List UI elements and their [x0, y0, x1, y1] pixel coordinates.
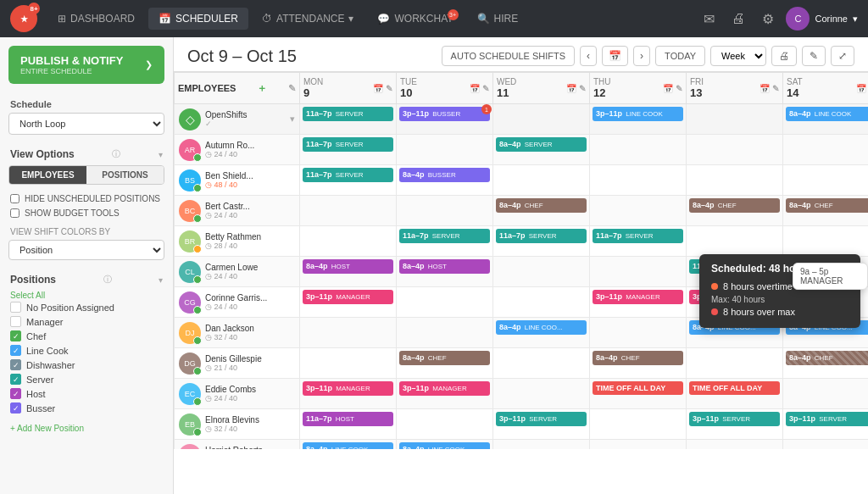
today-button[interactable]: TODAY	[655, 46, 705, 66]
position-checkbox-busser[interactable]: ✓	[10, 402, 21, 414]
print-schedule-button[interactable]: 🖨	[771, 46, 797, 66]
view-options-chevron-icon[interactable]: ▾	[159, 150, 163, 159]
eddie-wed[interactable]	[493, 379, 590, 409]
carmen-tue[interactable]: 8a–4p HOST	[397, 257, 493, 287]
calendar-icon-btn[interactable]: 📅	[602, 46, 628, 66]
eddie-fri[interactable]: TIME OFF ALL DAY	[687, 379, 783, 409]
elnora-fri[interactable]: 3p–11p SERVER	[687, 409, 783, 440]
wed-calendar-icon[interactable]: 📅 ✎	[566, 84, 586, 93]
position-checkbox-manager[interactable]	[10, 316, 21, 327]
carmen-wed[interactable]	[493, 257, 590, 287]
shift-chip[interactable]: 8a–4p CHEF	[786, 198, 868, 213]
open-shifts-mon[interactable]: 11a–7p SERVER	[300, 104, 397, 135]
mon-calendar-icon[interactable]: 📅 ✎	[373, 84, 392, 93]
denis-wed[interactable]	[493, 348, 590, 379]
betty-thu[interactable]: 11a–7p SERVER	[590, 226, 687, 257]
publish-button[interactable]: PUBLISH & NOTIFY ENTIRE SCHEDULE ❯	[8, 46, 164, 84]
carmen-thu[interactable]	[590, 257, 687, 287]
shift-colors-select[interactable]: Position	[8, 240, 164, 260]
shift-chip[interactable]: 11a–7p SERVER	[496, 229, 587, 243]
shift-chip[interactable]: 11a–7p SERVER	[399, 229, 490, 243]
open-shifts-thu[interactable]: 3p–11p LINE COOK	[590, 104, 687, 135]
shift-chip[interactable]: 8a–4p CHEF	[593, 351, 683, 365]
eddie-thu[interactable]: TIME OFF ALL DAY	[590, 379, 687, 409]
denis-mon[interactable]	[300, 348, 397, 379]
denis-thu[interactable]: 8a–4p CHEF	[590, 348, 687, 379]
print-icon-btn[interactable]: 🖨	[726, 6, 750, 31]
nav-workchat[interactable]: 💬 WORKCHAT 3+	[367, 8, 463, 30]
denis-tue[interactable]: 8a–4p CHEF	[397, 348, 493, 379]
position-checkbox-dishwasher[interactable]: ✓	[10, 359, 21, 370]
betty-sat[interactable]	[783, 226, 869, 257]
harriet-wed[interactable]	[493, 440, 590, 450]
autumn-wed[interactable]: 8a–4p SERVER	[493, 135, 590, 165]
position-checkbox-linecook[interactable]: ✓	[10, 345, 21, 356]
shift-chip[interactable]: 8a–4p HOST	[399, 259, 490, 274]
ben-tue[interactable]: 8a–4p BUSSER	[397, 165, 493, 196]
elnora-thu[interactable]	[590, 409, 687, 440]
tab-positions[interactable]: POSITIONS	[86, 166, 164, 184]
harriet-fri[interactable]	[687, 440, 783, 450]
eddie-mon[interactable]: 3p–11p MANAGER	[300, 379, 397, 409]
shift-popup[interactable]: 9a – 5p MANAGER	[793, 263, 868, 290]
shift-chip[interactable]: 3p–11p MANAGER	[399, 381, 490, 396]
mail-icon-btn[interactable]: ✉	[698, 6, 720, 32]
harriet-thu[interactable]	[590, 440, 687, 450]
betty-tue[interactable]: 11a–7p SERVER	[397, 226, 493, 257]
add-position-link[interactable]: + Add New Position	[0, 420, 173, 436]
shift-chip-striped[interactable]: 8a–4p CHEF	[786, 351, 868, 365]
carmen-mon[interactable]: 8a–4p HOST	[300, 257, 397, 287]
hide-unscheduled-checkbox[interactable]	[10, 194, 19, 203]
betty-wed[interactable]: 11a–7p SERVER	[493, 226, 590, 257]
view-select[interactable]: Week	[710, 46, 766, 66]
shift-chip-timeoff[interactable]: TIME OFF ALL DAY	[593, 381, 683, 395]
ben-wed[interactable]	[493, 165, 590, 196]
eddie-tue[interactable]: 3p–11p MANAGER	[397, 379, 493, 409]
shift-chip[interactable]: 3p–11p SERVER	[689, 412, 780, 426]
betty-mon[interactable]	[300, 226, 397, 257]
positions-chevron-icon[interactable]: ▾	[159, 275, 163, 285]
add-employee-icon[interactable]: ＋	[257, 81, 267, 96]
corinne-wed[interactable]	[493, 287, 590, 318]
dan-mon[interactable]	[300, 318, 397, 348]
shift-chip[interactable]: 8a–4p LINE COOK	[399, 442, 490, 449]
tue-calendar-icon[interactable]: 📅 ✎	[470, 84, 489, 93]
open-shifts-dropdown[interactable]: ▾	[290, 114, 295, 125]
autumn-thu[interactable]	[590, 135, 687, 165]
harriet-tue[interactable]: 8a–4p LINE COOK	[397, 440, 493, 450]
shift-chip[interactable]: 3p–11p SERVER	[496, 412, 587, 426]
shift-chip[interactable]: 8a–4p LINE COO...	[496, 320, 587, 335]
shift-chip-timeoff[interactable]: TIME OFF ALL DAY	[689, 381, 780, 395]
harriet-mon[interactable]: 8a–4p LINE COOK	[300, 440, 397, 450]
open-shifts-fri[interactable]	[687, 104, 783, 135]
select-all-link[interactable]: Select All	[10, 291, 163, 300]
settings-icon-btn[interactable]: ⚙	[757, 6, 779, 32]
shift-chip[interactable]: 11a–7p HOST	[303, 412, 393, 426]
tab-employees[interactable]: EMPLOYEES	[9, 166, 86, 184]
betty-fri[interactable]	[687, 226, 783, 257]
shift-chip[interactable]: 3p–11p MANAGER	[303, 290, 393, 304]
shift-chip[interactable]: 8a–4p HOST	[303, 259, 393, 274]
autumn-fri[interactable]	[687, 135, 783, 165]
dan-tue[interactable]	[397, 318, 493, 348]
sat-calendar-icon[interactable]: 📅 ✎	[856, 84, 868, 93]
dan-wed[interactable]: 8a–4p LINE COO...	[493, 318, 590, 348]
shift-chip[interactable]: 8a–4p LINE COOK	[786, 107, 868, 121]
position-checkbox-server[interactable]: ✓	[10, 374, 21, 385]
user-menu[interactable]: C Corinne ▾	[786, 7, 858, 31]
ben-mon[interactable]: 11a–7p SERVER	[300, 165, 397, 196]
shift-chip[interactable]: 8a–4p CHEF	[399, 351, 490, 365]
bert-thu[interactable]	[590, 196, 687, 226]
shift-chip[interactable]: 3p–11p BUSSER	[399, 107, 490, 121]
shift-chip[interactable]: 8a–4p LINE COOK	[303, 442, 393, 449]
denis-fri[interactable]	[687, 348, 783, 379]
ben-thu[interactable]	[590, 165, 687, 196]
bert-wed[interactable]: 8a–4p CHEF	[493, 196, 590, 226]
eddie-sat[interactable]	[783, 379, 869, 409]
corinne-tue[interactable]	[397, 287, 493, 318]
nav-hire[interactable]: 🔍 HIRE	[467, 8, 529, 30]
autumn-mon[interactable]: 11a–7p SERVER	[300, 135, 397, 165]
ben-fri[interactable]	[687, 165, 783, 196]
position-checkbox-no-position[interactable]	[10, 302, 21, 313]
open-shifts-sat[interactable]: 8a–4p LINE COOK	[783, 104, 869, 135]
